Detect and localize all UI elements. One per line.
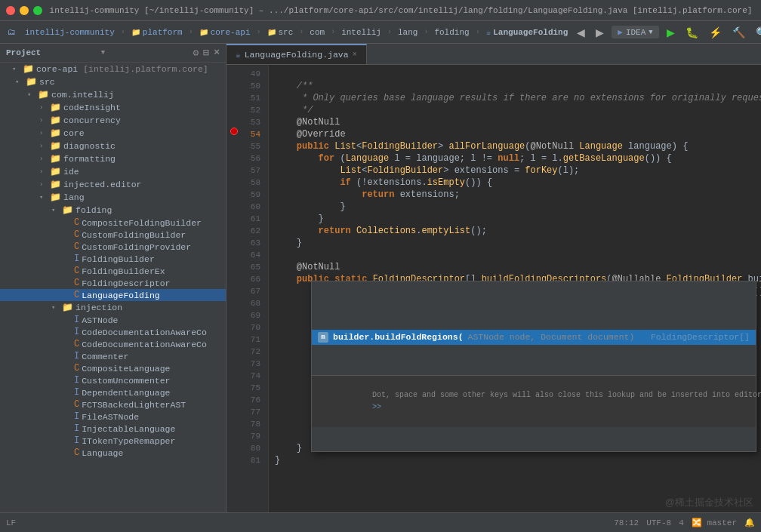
profile-button[interactable]: ⚡ [706,25,725,40]
tree-item-compositelang[interactable]: C CompositeLanguage [0,362,226,374]
nav-item-platform[interactable]: 📁 platform [128,26,186,38]
sb-lf[interactable]: LF [6,518,16,527]
tree-item-foldingbuilder[interactable]: I FoldingBuilder [0,253,226,265]
tree-label-fbex: FoldingBuilderEx [82,266,165,276]
tree-item-injectable[interactable]: I InjectableLanguage [0,423,226,435]
code-area[interactable]: 49 50 51 52 53 54 55 56 57 58 59 60 61 6… [226,65,761,512]
class-icon-cu: I [74,375,79,386]
ln-64: 64 [242,249,265,261]
tree-label-cm: Commenter [82,352,128,361]
tree-item-comintellij[interactable]: ▾ 📁 com.intellij [0,88,226,101]
tree-item-customfb[interactable]: C CustomFoldingBuilder [0,229,226,241]
folder-icon-fmt: 📁 [50,153,61,165]
run-config-selector[interactable]: ▶ IDEA ▼ [612,26,658,38]
nav-item-languagefolding[interactable]: ☕ LanguageFolding [483,26,572,38]
tree-item-customfp[interactable]: C CustomFoldingProvider [0,241,226,253]
debug-button[interactable]: 🐛 [682,25,701,40]
sb-notifications[interactable]: 🔔 [744,518,755,527]
folder-icon-conc: 📁 [50,115,61,126]
tree-item-language[interactable]: C Language [0,447,226,459]
run-button[interactable]: ▶ [664,25,678,40]
sidebar-close-icon[interactable]: × [214,47,220,59]
nav-item-folding[interactable]: folding [431,26,472,38]
ln-58: 58 [242,177,265,189]
tree-item-codeinsight[interactable]: › 📁 codeInsight [0,101,226,114]
tree-label-fa: FCTSBackedLighterAST [82,400,186,410]
ln-57: 57 [242,165,265,177]
nav-project-label: intellij-community [25,28,115,37]
ln-67: 67 [242,285,265,297]
editor-panel: ☕ LanguageFolding.java × [226,44,761,512]
class-icon-fb: I [74,254,79,264]
close-button[interactable] [6,6,15,15]
tree-item-astnode[interactable]: I ASTNode [0,314,226,326]
tree-item-fctsast[interactable]: C FCTSBackedLighterAST [0,398,226,411]
tree-item-foldingbuilderex[interactable]: C FoldingBuilderEx [0,265,226,277]
nav-item-core-api[interactable]: 📁 core-api [196,26,254,38]
tree-item-ide[interactable]: › 📁 ide [0,165,226,178]
maximize-button[interactable] [33,6,42,15]
minimize-button[interactable] [20,6,29,15]
ln-77: 77 [242,406,265,418]
sb-indent[interactable]: 4 [679,518,684,527]
tree-item-injection[interactable]: ▾ 📁 injection [0,301,226,314]
search-everywhere-button[interactable]: 🔍 [753,25,761,40]
sb-git[interactable]: 🔀 master [692,518,737,527]
tree-item-dependentlang[interactable]: I DependentLanguage [0,386,226,398]
tree-item-core[interactable]: › 📁 core [0,127,226,140]
tree-item-commenter[interactable]: I Commenter [0,350,226,362]
gutter-56 [226,149,242,161]
nav-item-com[interactable]: com [307,26,328,38]
tree-label-lang: lang [63,192,85,202]
tree-item-injected[interactable]: › 📁 injected.editor [0,178,226,191]
tree-item-lang[interactable]: ▾ 📁 lang [0,191,226,204]
tree-item-compositefb[interactable]: C CompositeFoldingBuilder [0,217,226,229]
tree-item-formatting[interactable]: › 📁 formatting [0,152,226,165]
sb-position[interactable]: 78:12 [614,518,639,527]
tree-item-root[interactable]: ▾ 📁 core-api [intellij.platform.core] [0,63,226,75]
gutter-81 [226,451,242,463]
tree-arrow-conc: › [39,117,50,125]
nav-lf-label: LanguageFolding [493,28,568,37]
ln-70: 70 [242,321,265,334]
tree-item-concurrency[interactable]: › 📁 concurrency [0,114,226,127]
tree-item-codedoc1[interactable]: I CodeDocumentationAwareCo [0,326,226,338]
tree-item-langfolding[interactable]: C LanguageFolding [0,289,226,301]
tree-item-fileast[interactable]: I FileASTNode [0,411,226,423]
ln-63: 63 [242,237,265,249]
autocomplete-list: m builder.buildFoldRegions( ASTNode node… [312,306,756,351]
tree-label-root: core-api [intellij.platform.core] [36,64,208,74]
tab-languagefolding[interactable]: ☕ LanguageFolding.java × [226,44,367,64]
tree-item-src[interactable]: ▾ 📁 src [0,75,226,88]
tree-item-foldingdesc[interactable]: C FoldingDescriptor [0,277,226,289]
tree-label-cu: CustomUncommenter [82,376,170,386]
nav-item-src[interactable]: 📁 src [264,26,297,38]
tree-arrow-folding: ▾ [51,206,62,214]
nav-forward-button[interactable]: ▶ [593,25,607,40]
gutter-79 [226,427,242,439]
sidebar-gear-icon[interactable]: ⚙ [193,47,199,59]
nav-project-icon[interactable]: 🗂 [5,26,19,38]
ac-item-buildfoldregions[interactable]: m builder.buildFoldRegions( ASTNode node… [312,330,756,345]
tree-item-codedoc2[interactable]: C CodeDocumentationAwareCo [0,338,226,350]
tree-item-diagnostic[interactable]: › 📁 diagnostic [0,140,226,152]
nav-item-lang[interactable]: lang [395,26,421,38]
gutter-73 [226,355,242,367]
nav-item-intellij[interactable]: intellij [338,26,384,38]
ac-return-1: FoldingDescriptor[] [651,331,750,343]
tree-arrow-core: › [39,130,50,137]
autocomplete-hint: Dot, space and some other keys will also… [312,375,756,427]
sb-encoding[interactable]: UTF-8 [646,518,671,527]
hint-text: Dot, space and some other keys will also… [372,391,761,399]
nav-back-button[interactable]: ◀ [574,25,588,40]
tree-item-folding[interactable]: ▾ 📁 folding [0,204,226,217]
build-button[interactable]: 🔨 [729,25,748,40]
breakpoint-54[interactable] [230,128,238,135]
nav-sep-8: › [476,28,480,36]
nav-item-project[interactable]: intellij-community [22,26,118,38]
tree-item-customuncommenter[interactable]: I CustomUncommenter [0,374,226,386]
tab-close-button[interactable]: × [353,51,357,59]
code-editor[interactable]: /** * Only queries base language results… [269,65,761,512]
sidebar-layout-icon[interactable]: ⊟ [203,47,209,59]
tree-item-itokenremap[interactable]: I ITokenTypeRemapper [0,435,226,447]
